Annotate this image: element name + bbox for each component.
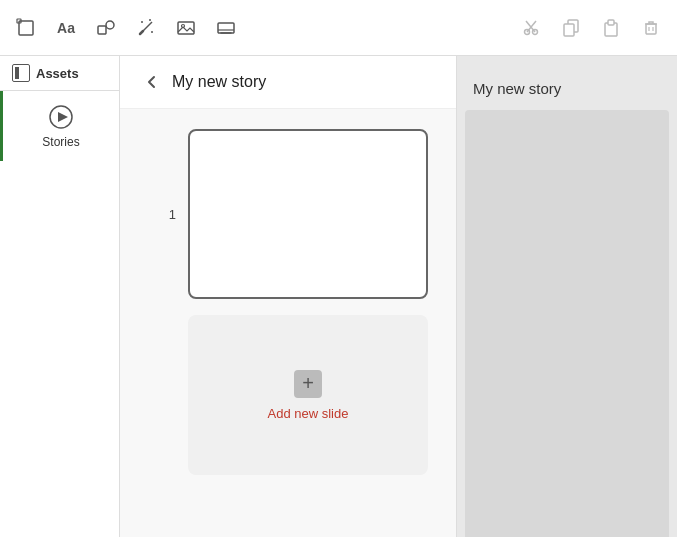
svg-line-16 [527,21,536,32]
svg-rect-19 [564,24,574,36]
main-area: Assets Stories My new story [0,56,677,537]
back-button[interactable] [140,72,164,92]
svg-rect-11 [218,23,234,33]
stories-icon [47,103,75,131]
slide-number-1: 1 [160,207,176,222]
add-slide-plus-icon: + [294,370,322,398]
svg-rect-2 [98,26,106,34]
sidebar: Assets Stories [0,56,120,537]
frame-tool-button[interactable] [8,10,44,46]
svg-marker-26 [58,112,68,122]
copy-button[interactable] [553,10,589,46]
frame-icon [16,18,36,38]
slides-container: 1 + Add new slide [120,109,456,537]
assets-label: Assets [36,66,79,81]
stories-label: Stories [42,135,79,149]
text-tool-button[interactable]: Aa [48,10,84,46]
svg-point-3 [106,21,114,29]
right-panel: My new story [457,56,677,537]
trash-icon [642,19,660,37]
svg-rect-22 [646,24,656,34]
media-tool-button[interactable] [208,10,244,46]
copy-icon [562,19,580,37]
assets-panel-icon [12,64,30,82]
svg-rect-9 [178,22,194,34]
svg-point-7 [151,31,153,33]
delete-button[interactable] [633,10,669,46]
svg-rect-21 [608,20,614,25]
svg-line-17 [526,21,535,32]
story-title: My new story [172,73,266,91]
add-slide-label: Add new slide [268,406,349,421]
back-arrow-icon [144,74,160,90]
sidebar-item-stories[interactable]: Stories [0,91,119,161]
magic-tool-button[interactable] [128,10,164,46]
toolbar: Aa [0,0,677,56]
sidebar-header: Assets [0,56,119,91]
media-icon [216,18,236,38]
slide-row-1: 1 [160,129,436,299]
image-tool-button[interactable] [168,10,204,46]
cut-button[interactable] [513,10,549,46]
right-panel-content [465,110,669,537]
text-tool-icon: Aa [57,20,75,36]
center-header: My new story [120,56,456,109]
paste-button[interactable] [593,10,629,46]
svg-point-6 [141,21,143,23]
slide-thumbnail-1[interactable] [188,129,428,299]
center-panel: My new story 1 + Add new slide [120,56,457,537]
shapes-tool-button[interactable] [88,10,124,46]
scissors-icon [522,19,540,37]
shapes-icon [96,18,116,38]
right-panel-title: My new story [473,80,561,97]
right-panel-header: My new story [457,56,677,110]
image-icon [176,18,196,38]
svg-line-5 [140,31,143,34]
add-slide-button[interactable]: + Add new slide [188,315,428,475]
paste-icon [602,19,620,37]
svg-point-8 [149,19,151,21]
magic-icon [136,18,156,38]
